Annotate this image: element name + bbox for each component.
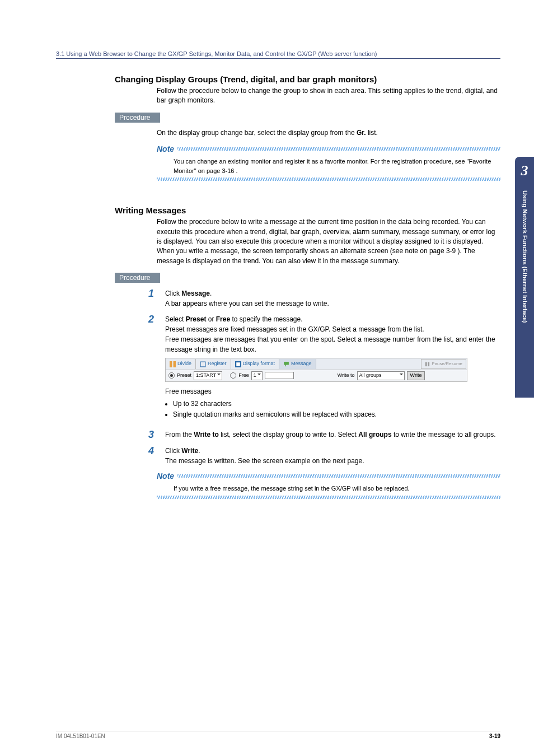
step-2-body: Select Preset or Free to specify the mes… [165,314,500,424]
note-separator-icon [157,496,500,499]
step-number-2: 2 [148,314,165,424]
note-separator-icon [177,474,500,478]
free-select[interactable]: 1 [251,371,263,380]
divide-icon [170,361,176,367]
svg-rect-0 [170,361,172,367]
message-button[interactable]: Message [279,359,316,369]
svg-rect-6 [428,362,430,366]
note-label: Note [157,472,174,480]
note-separator-icon [177,147,500,151]
write-to-label: Write to [338,372,355,380]
note-body: If you write a free message, the message… [174,484,500,493]
procedure-label: Procedure [115,273,160,283]
step-3-body: From the Write to list, select the displ… [165,430,496,441]
toolbar-screenshot: Divide Register Display format Message [165,358,467,382]
step-1-body: Click Message. A bar appears where you c… [165,288,329,309]
list-item: Single quotation marks and semicolons wi… [173,409,500,419]
section-title-groups: Changing Display Groups (Trend, digital,… [115,74,500,84]
chapter-label: Using Network Functions (Ethernet Interf… [522,190,528,323]
free-radio[interactable] [230,372,236,379]
page-number: 3-19 [489,733,500,739]
section-intro-writing: Follow the procedure below to write a me… [157,217,500,266]
note-label: Note [157,144,174,153]
register-button[interactable]: Register [196,359,231,369]
list-item: Up to 32 characters [173,399,500,409]
step-number-3: 3 [148,430,165,441]
preset-radio-label: Preset [177,372,191,380]
section-title-writing: Writing Messages [115,206,500,215]
register-icon [200,361,206,367]
write-to-select[interactable]: All groups [357,371,405,380]
svg-rect-5 [425,362,427,366]
note-separator-icon [157,178,500,181]
divide-button[interactable]: Divide [166,359,196,369]
chapter-number: 3 [515,157,534,179]
note-body: You can change an existing monitor and r… [174,157,500,175]
display-format-icon [235,361,241,367]
procedure-label: Procedure [115,113,160,123]
footer-doc-id: IM 04L51B01-01EN [56,733,105,739]
free-radio-label: Free [238,372,249,380]
svg-rect-1 [174,361,176,367]
preset-radio[interactable] [168,372,175,379]
svg-rect-4 [236,362,240,366]
display-format-button[interactable]: Display format [231,359,280,369]
chapter-tab: 3 Using Network Functions (Ethernet Inte… [515,157,534,398]
message-icon [283,361,289,367]
procedure-body: On the display group change bar, select … [157,128,500,138]
pause-icon [425,362,430,367]
section-intro-groups: Follow the procedure below to change the… [157,86,500,106]
free-text-input[interactable] [265,372,294,379]
write-button[interactable]: Write [407,371,425,380]
step-number-1: 1 [148,288,165,309]
step-number-4: 4 [148,446,165,466]
svg-rect-2 [200,362,205,367]
breadcrumb: 3.1 Using a Web Browser to Change the GX… [56,50,500,59]
step-4-body: Click Write. The message is written. See… [165,446,364,466]
preset-select[interactable]: 1:START [194,371,222,380]
pause-resume-button[interactable]: Pause/Resume [421,359,466,369]
